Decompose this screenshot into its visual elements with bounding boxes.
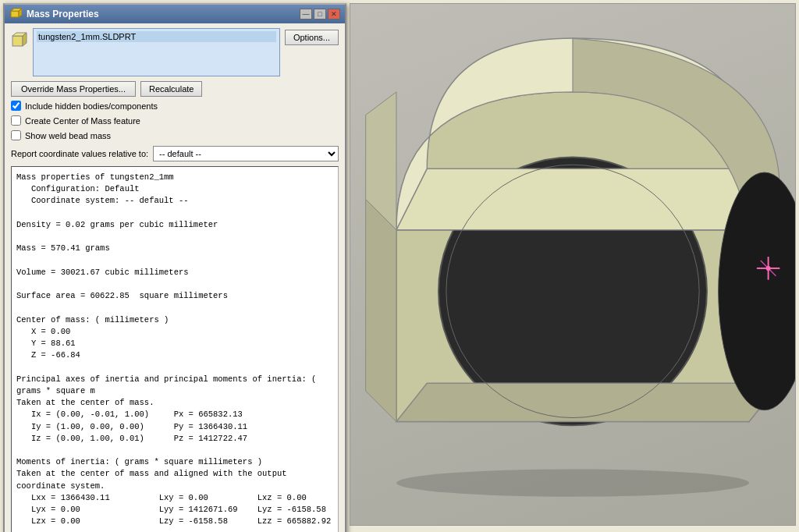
- file-list-row: tungsten2_1mm.SLDPRT Options...: [11, 28, 339, 76]
- show-weld-row: Show weld bead mass: [11, 130, 339, 140]
- svg-point-9: [766, 266, 771, 271]
- selected-file-name: tungsten2_1mm.SLDPRT: [37, 31, 276, 42]
- title-bar: Mass Properties — □ ✕: [5, 5, 345, 23]
- title-bar-buttons: — □ ✕: [300, 9, 340, 20]
- bottom-face: [396, 383, 779, 421]
- properties-text-area[interactable]: Mass properties of tungsten2_1mm Configu…: [11, 166, 339, 532]
- top-face: [396, 168, 757, 230]
- create-center-checkbox[interactable]: [11, 115, 21, 126]
- override-mass-button[interactable]: Override Mass Properties...: [11, 81, 136, 97]
- show-weld-label: Show weld bead mass: [25, 131, 111, 140]
- options-btn-area: Options...: [285, 28, 339, 45]
- dialog-icon: [9, 8, 22, 20]
- include-hidden-checkbox[interactable]: [11, 101, 21, 111]
- options-button[interactable]: Options...: [285, 30, 339, 45]
- include-hidden-label: Include hidden bodies/components: [25, 101, 158, 111]
- create-center-row: Create Center of Mass feature: [11, 115, 339, 126]
- svg-rect-3: [12, 36, 23, 46]
- show-weld-checkbox[interactable]: [11, 130, 21, 140]
- minimize-button[interactable]: —: [300, 9, 312, 20]
- left-chamfer: [366, 199, 396, 421]
- close-button[interactable]: ✕: [328, 9, 340, 20]
- 3d-viewport[interactable]: [350, 3, 796, 526]
- coordinate-dropdown-row: Report coordinate values relative to: --…: [11, 146, 339, 161]
- recalculate-button[interactable]: Recalculate: [140, 81, 202, 97]
- action-buttons-row: Override Mass Properties... Recalculate: [11, 81, 339, 97]
- file-list-box[interactable]: tungsten2_1mm.SLDPRT: [33, 28, 280, 76]
- file-icon-area: [11, 28, 28, 50]
- dialog-body: tungsten2_1mm.SLDPRT Options... Override…: [5, 23, 345, 532]
- coordinate-select[interactable]: -- default -- Global Custom: [153, 146, 339, 161]
- part-file-icon: [11, 31, 28, 48]
- include-hidden-row: Include hidden bodies/components: [11, 101, 339, 111]
- title-bar-left: Mass Properties: [9, 8, 99, 20]
- maximize-button[interactable]: □: [314, 9, 326, 20]
- mass-properties-dialog: Mass Properties — □ ✕ tungsten2_1mm.SLDP…: [3, 3, 346, 532]
- shadow: [396, 469, 749, 496]
- create-center-label: Create Center of Mass feature: [25, 116, 140, 126]
- svg-rect-0: [11, 11, 19, 17]
- coordinate-label: Report coordinate values relative to:: [11, 149, 148, 158]
- 3d-shape-container: [350, 4, 795, 525]
- 3d-model-svg: [350, 4, 795, 525]
- dialog-title: Mass Properties: [27, 9, 99, 20]
